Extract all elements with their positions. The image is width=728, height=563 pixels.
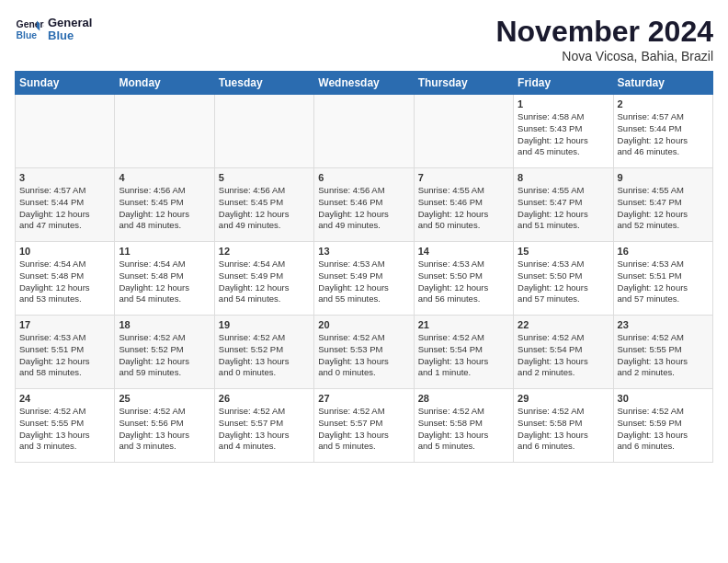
day-number: 10 xyxy=(19,246,110,257)
logo-icon: General Blue xyxy=(15,15,44,44)
calendar-cell: 22Sunrise: 4:52 AMSunset: 5:54 PMDayligh… xyxy=(514,316,613,389)
day-info: Sunrise: 4:57 AMSunset: 5:44 PMDaylight:… xyxy=(618,111,709,158)
calendar-cell: 25Sunrise: 4:52 AMSunset: 5:56 PMDayligh… xyxy=(115,389,214,463)
day-info: Sunrise: 4:52 AMSunset: 5:52 PMDaylight:… xyxy=(119,332,210,379)
day-info: Sunrise: 4:52 AMSunset: 5:55 PMDaylight:… xyxy=(618,332,709,379)
page-container: General Blue General Blue November 2024 … xyxy=(0,0,728,470)
day-info: Sunrise: 4:54 AMSunset: 5:48 PMDaylight:… xyxy=(119,259,210,305)
logo-line1: General xyxy=(48,17,92,29)
day-info: Sunrise: 4:53 AMSunset: 5:51 PMDaylight:… xyxy=(618,259,709,305)
day-info: Sunrise: 4:53 AMSunset: 5:49 PMDaylight:… xyxy=(318,259,409,305)
calendar-cell: 12Sunrise: 4:54 AMSunset: 5:49 PMDayligh… xyxy=(214,242,313,316)
day-info: Sunrise: 4:54 AMSunset: 5:49 PMDaylight:… xyxy=(219,259,310,305)
day-number: 17 xyxy=(19,319,110,330)
calendar-cell: 1Sunrise: 4:58 AMSunset: 5:43 PMDaylight… xyxy=(514,95,613,168)
calendar-cell: 7Sunrise: 4:55 AMSunset: 5:46 PMDaylight… xyxy=(414,168,513,242)
day-info: Sunrise: 4:52 AMSunset: 5:58 PMDaylight:… xyxy=(418,406,509,453)
calendar-cell xyxy=(314,95,414,168)
day-number: 1 xyxy=(518,98,609,109)
calendar-cell: 29Sunrise: 4:52 AMSunset: 5:58 PMDayligh… xyxy=(514,389,613,463)
day-info: Sunrise: 4:56 AMSunset: 5:45 PMDaylight:… xyxy=(119,185,210,232)
day-number: 24 xyxy=(19,393,110,404)
day-number: 29 xyxy=(518,393,609,404)
day-number: 26 xyxy=(219,393,310,404)
day-number: 12 xyxy=(219,246,310,257)
day-info: Sunrise: 4:53 AMSunset: 5:51 PMDaylight:… xyxy=(19,332,110,379)
logo-line2: Blue xyxy=(48,29,92,42)
header: General Blue General Blue November 2024 … xyxy=(15,15,713,63)
calendar-cell: 23Sunrise: 4:52 AMSunset: 5:55 PMDayligh… xyxy=(613,316,712,389)
svg-text:Blue: Blue xyxy=(17,30,38,40)
day-number: 5 xyxy=(219,172,310,183)
calendar-cell: 2Sunrise: 4:57 AMSunset: 5:44 PMDaylight… xyxy=(613,95,712,168)
day-info: Sunrise: 4:52 AMSunset: 5:57 PMDaylight:… xyxy=(219,406,310,453)
day-number: 6 xyxy=(318,172,409,183)
day-header: Saturday xyxy=(613,72,712,95)
calendar-table: SundayMondayTuesdayWednesdayThursdayFrid… xyxy=(15,71,713,463)
day-number: 23 xyxy=(618,319,709,330)
day-info: Sunrise: 4:54 AMSunset: 5:48 PMDaylight:… xyxy=(19,259,110,305)
day-number: 13 xyxy=(318,246,409,257)
day-info: Sunrise: 4:52 AMSunset: 5:58 PMDaylight:… xyxy=(518,406,609,453)
day-info: Sunrise: 4:52 AMSunset: 5:52 PMDaylight:… xyxy=(219,332,310,379)
day-info: Sunrise: 4:52 AMSunset: 5:56 PMDaylight:… xyxy=(119,406,210,453)
calendar-cell: 18Sunrise: 4:52 AMSunset: 5:52 PMDayligh… xyxy=(115,316,214,389)
calendar-cell xyxy=(214,95,313,168)
calendar-cell: 20Sunrise: 4:52 AMSunset: 5:53 PMDayligh… xyxy=(314,316,414,389)
day-number: 2 xyxy=(618,98,709,109)
calendar-cell: 19Sunrise: 4:52 AMSunset: 5:52 PMDayligh… xyxy=(214,316,313,389)
calendar-cell: 13Sunrise: 4:53 AMSunset: 5:49 PMDayligh… xyxy=(314,242,414,316)
header-row: SundayMondayTuesdayWednesdayThursdayFrid… xyxy=(16,72,713,95)
calendar-cell: 26Sunrise: 4:52 AMSunset: 5:57 PMDayligh… xyxy=(214,389,313,463)
calendar-cell: 6Sunrise: 4:56 AMSunset: 5:46 PMDaylight… xyxy=(314,168,414,242)
day-info: Sunrise: 4:56 AMSunset: 5:46 PMDaylight:… xyxy=(318,185,409,232)
day-number: 22 xyxy=(518,319,609,330)
calendar-cell: 24Sunrise: 4:52 AMSunset: 5:55 PMDayligh… xyxy=(16,389,115,463)
svg-text:General: General xyxy=(17,19,44,29)
day-info: Sunrise: 4:57 AMSunset: 5:44 PMDaylight:… xyxy=(19,185,110,232)
day-number: 18 xyxy=(119,319,210,330)
day-info: Sunrise: 4:56 AMSunset: 5:45 PMDaylight:… xyxy=(219,185,310,232)
day-info: Sunrise: 4:52 AMSunset: 5:54 PMDaylight:… xyxy=(518,332,609,379)
day-info: Sunrise: 4:55 AMSunset: 5:47 PMDaylight:… xyxy=(518,185,609,232)
day-number: 4 xyxy=(119,172,210,183)
day-header: Thursday xyxy=(414,72,513,95)
day-number: 21 xyxy=(418,319,509,330)
day-info: Sunrise: 4:52 AMSunset: 5:54 PMDaylight:… xyxy=(418,332,509,379)
day-header: Friday xyxy=(514,72,613,95)
calendar-cell: 9Sunrise: 4:55 AMSunset: 5:47 PMDaylight… xyxy=(613,168,712,242)
calendar-cell: 10Sunrise: 4:54 AMSunset: 5:48 PMDayligh… xyxy=(16,242,115,316)
day-number: 15 xyxy=(518,246,609,257)
day-number: 20 xyxy=(318,319,409,330)
day-number: 27 xyxy=(318,393,409,404)
day-info: Sunrise: 4:52 AMSunset: 5:57 PMDaylight:… xyxy=(318,406,409,453)
day-number: 11 xyxy=(119,246,210,257)
day-info: Sunrise: 4:55 AMSunset: 5:47 PMDaylight:… xyxy=(618,185,709,232)
day-info: Sunrise: 4:53 AMSunset: 5:50 PMDaylight:… xyxy=(518,259,609,305)
month-title: November 2024 xyxy=(495,15,713,49)
calendar-cell: 17Sunrise: 4:53 AMSunset: 5:51 PMDayligh… xyxy=(16,316,115,389)
calendar-cell: 8Sunrise: 4:55 AMSunset: 5:47 PMDaylight… xyxy=(514,168,613,242)
calendar-cell: 27Sunrise: 4:52 AMSunset: 5:57 PMDayligh… xyxy=(314,389,414,463)
calendar-week-row: 17Sunrise: 4:53 AMSunset: 5:51 PMDayligh… xyxy=(16,316,713,389)
day-number: 25 xyxy=(119,393,210,404)
location: Nova Vicosa, Bahia, Brazil xyxy=(495,49,713,63)
calendar-cell xyxy=(414,95,513,168)
day-number: 8 xyxy=(518,172,609,183)
calendar-cell: 21Sunrise: 4:52 AMSunset: 5:54 PMDayligh… xyxy=(414,316,513,389)
calendar-cell: 4Sunrise: 4:56 AMSunset: 5:45 PMDaylight… xyxy=(115,168,214,242)
title-area: November 2024 Nova Vicosa, Bahia, Brazil xyxy=(495,15,713,63)
calendar-cell: 15Sunrise: 4:53 AMSunset: 5:50 PMDayligh… xyxy=(514,242,613,316)
calendar-cell: 28Sunrise: 4:52 AMSunset: 5:58 PMDayligh… xyxy=(414,389,513,463)
day-info: Sunrise: 4:58 AMSunset: 5:43 PMDaylight:… xyxy=(518,111,609,158)
calendar-week-row: 10Sunrise: 4:54 AMSunset: 5:48 PMDayligh… xyxy=(16,242,713,316)
day-header: Sunday xyxy=(16,72,115,95)
day-number: 9 xyxy=(618,172,709,183)
day-info: Sunrise: 4:53 AMSunset: 5:50 PMDaylight:… xyxy=(418,259,509,305)
calendar-cell: 14Sunrise: 4:53 AMSunset: 5:50 PMDayligh… xyxy=(414,242,513,316)
calendar-cell xyxy=(16,95,115,168)
day-info: Sunrise: 4:55 AMSunset: 5:46 PMDaylight:… xyxy=(418,185,509,232)
calendar-week-row: 24Sunrise: 4:52 AMSunset: 5:55 PMDayligh… xyxy=(16,389,713,463)
day-number: 28 xyxy=(418,393,509,404)
day-info: Sunrise: 4:52 AMSunset: 5:59 PMDaylight:… xyxy=(618,406,709,453)
